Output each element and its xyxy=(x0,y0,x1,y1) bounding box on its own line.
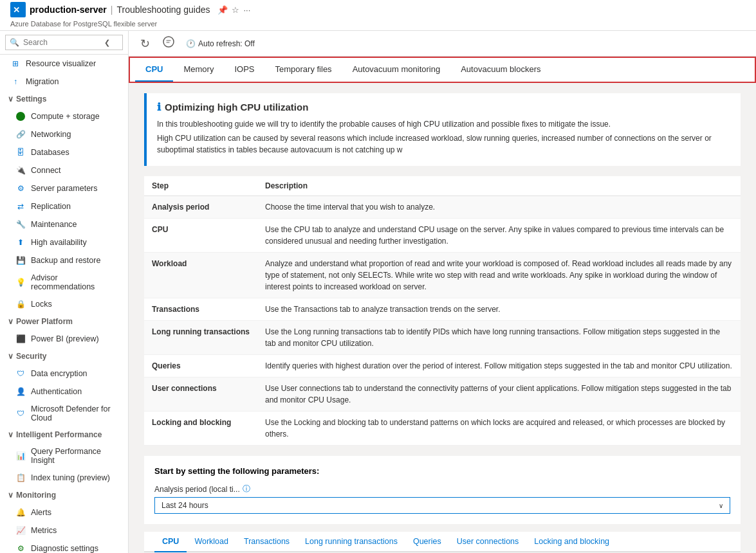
query-perf-icon: 📊 xyxy=(15,451,26,461)
lock-icon: 🔒 xyxy=(15,299,26,309)
sidebar-group-security[interactable]: ∨ Security xyxy=(0,348,128,365)
diagnostic-icon: ⚙ xyxy=(15,543,26,553)
pin-icon[interactable]: 📌 xyxy=(217,5,228,15)
table-row: WorkloadAnalyze and understand what prop… xyxy=(144,253,741,298)
collapse-icon[interactable]: ❮ xyxy=(100,36,114,50)
advisor-icon: 💡 xyxy=(15,277,26,287)
sidebar-item-diagnostic[interactable]: ⚙ Diagnostic settings xyxy=(0,539,128,553)
step-name: Workload xyxy=(144,253,257,298)
sidebar: 🔍 ❮ ⊞ Resource visualizer ↑ Migration ∨ … xyxy=(0,31,129,553)
sidebar-item-networking[interactable]: 🔗 Networking xyxy=(0,125,128,143)
step-desc: Identify queries with highest duration o… xyxy=(257,355,741,377)
sidebar-item-index-tuning[interactable]: 📋 Index tuning (preview) xyxy=(0,469,128,487)
search-input[interactable] xyxy=(23,35,100,50)
step-name: Queries xyxy=(144,355,257,377)
inner-tab-long-running[interactable]: Long running transactions xyxy=(297,532,405,552)
params-title: Start by setting the following parameter… xyxy=(154,466,730,476)
sidebar-item-locks[interactable]: 🔒 Locks xyxy=(0,295,128,313)
inner-tab-workload[interactable]: Workload xyxy=(187,532,236,552)
chevron-down-icon-sec: ∨ xyxy=(8,352,14,361)
sidebar-group-monitoring[interactable]: ∨ Monitoring xyxy=(0,487,128,503)
databases-icon: 🗄 xyxy=(15,147,26,158)
sidebar-item-connect[interactable]: 🔌 Connect xyxy=(0,161,128,179)
svg-point-2 xyxy=(163,37,174,47)
connect-icon: 🔌 xyxy=(15,165,26,176)
info-box: ℹ Optimizing high CPU utilization In thi… xyxy=(144,93,741,166)
info-text-2: High CPU utilization can be caused by se… xyxy=(157,132,730,156)
sidebar-item-advisor[interactable]: 💡 Advisor recommendations xyxy=(0,269,128,295)
param-info-icon: ⓘ xyxy=(243,484,250,494)
sidebar-item-power-bi[interactable]: ⬛ Power BI (preview) xyxy=(0,330,128,348)
chevron-down-icon-mon: ∨ xyxy=(8,491,14,500)
feedback-button[interactable] xyxy=(161,35,176,52)
table-row: QueriesIdentify queries with highest dur… xyxy=(144,355,741,377)
header-separator: | xyxy=(111,5,113,15)
header-subtitle: Azure Database for PostgreSQL flexible s… xyxy=(10,20,157,28)
power-bi-icon: ⬛ xyxy=(15,334,26,344)
tab-iops[interactable]: IOPS xyxy=(224,58,264,82)
backup-icon: 💾 xyxy=(15,255,26,266)
inner-tab-user-connections[interactable]: User connections xyxy=(449,532,527,552)
auth-icon: 👤 xyxy=(15,386,26,397)
inner-tab-transactions[interactable]: Transactions xyxy=(236,532,297,552)
migration-icon: ↑ xyxy=(10,77,21,87)
star-icon[interactable]: ☆ xyxy=(232,5,239,15)
sidebar-item-backup-restore[interactable]: 💾 Backup and restore xyxy=(0,251,128,269)
sidebar-group-intelligent-perf[interactable]: ∨ Intelligent Performance xyxy=(0,426,128,443)
sidebar-item-data-encryption[interactable]: 🛡 Data encryption xyxy=(0,365,128,383)
index-icon: 📋 xyxy=(15,473,26,483)
step-name: Locking and blocking xyxy=(144,412,257,446)
table-row: TransactionsUse the Transactions tab to … xyxy=(144,298,741,321)
table-row: Locking and blockingUse the Locking and … xyxy=(144,412,741,446)
tab-autovacuum-blockers[interactable]: Autovacuum blockers xyxy=(450,58,551,82)
analysis-period-select[interactable]: Last 24 hours ∨ xyxy=(154,497,730,514)
sidebar-item-defender[interactable]: 🛡 Microsoft Defender for Cloud xyxy=(0,401,128,426)
chevron-down-icon: ∨ xyxy=(8,95,14,104)
page-title: Troubleshooting guides xyxy=(116,5,210,15)
sidebar-item-maintenance[interactable]: 🔧 Maintenance xyxy=(0,215,128,233)
sidebar-item-authentication[interactable]: 👤 Authentication xyxy=(0,383,128,401)
sidebar-item-metrics[interactable]: 📈 Metrics xyxy=(0,521,128,539)
ha-icon: ⬆ xyxy=(15,237,26,248)
sidebar-item-alerts[interactable]: 🔔 Alerts xyxy=(0,503,128,521)
sidebar-item-databases[interactable]: 🗄 Databases xyxy=(0,143,128,161)
info-text-1: In this troubleshooting guide we will tr… xyxy=(157,118,730,130)
chevron-down-icon-pp: ∨ xyxy=(8,317,14,326)
refresh-button[interactable]: ↻ xyxy=(139,35,151,52)
search-icon: 🔍 xyxy=(6,35,23,50)
clock-icon: 🕐 xyxy=(186,39,196,48)
inner-tab-bar: CPU Workload Transactions Long running t… xyxy=(144,532,741,552)
info-title-text: Optimizing high CPU utilization xyxy=(165,102,308,113)
inner-tab-queries[interactable]: Queries xyxy=(405,532,449,552)
inner-tab-cpu[interactable]: CPU xyxy=(154,532,187,552)
sidebar-item-query-perf[interactable]: 📊 Query Performance Insight xyxy=(0,443,128,469)
sidebar-item-migration[interactable]: ↑ Migration xyxy=(0,73,128,91)
sidebar-item-replication[interactable]: ⇄ Replication xyxy=(0,197,128,215)
table-row: CPUUse the CPU tab to analyze and unders… xyxy=(144,219,741,253)
alert-icon: 🔔 xyxy=(15,507,26,518)
compute-icon xyxy=(15,111,26,122)
inner-tab-locking[interactable]: Locking and blocking xyxy=(526,532,617,552)
col-step: Step xyxy=(144,176,257,196)
info-icon: ℹ xyxy=(157,101,161,113)
defender-icon: 🛡 xyxy=(15,408,26,419)
tab-memory[interactable]: Memory xyxy=(173,58,224,82)
sidebar-item-server-parameters[interactable]: ⚙ Server parameters xyxy=(0,179,128,197)
more-icon[interactable]: ··· xyxy=(243,5,250,15)
toolbar: ↻ 🕐 Auto refresh: Off xyxy=(129,31,756,57)
encryption-icon: 🛡 xyxy=(15,368,26,379)
auto-refresh-control[interactable]: 🕐 Auto refresh: Off xyxy=(186,39,255,48)
sidebar-group-power-platform[interactable]: ∨ Power Platform xyxy=(0,313,128,330)
sidebar-item-compute-storage[interactable]: Compute + storage xyxy=(0,107,128,125)
step-desc: Choose the time interval that you wish t… xyxy=(257,196,741,219)
col-desc: Description xyxy=(257,176,741,196)
tab-cpu[interactable]: CPU xyxy=(135,58,173,82)
sidebar-group-settings[interactable]: ∨ Settings xyxy=(0,91,128,107)
step-desc: Use User connections tab to understand t… xyxy=(257,377,741,412)
tab-temp-files[interactable]: Temporary files xyxy=(264,58,342,82)
tab-autovacuum-monitoring[interactable]: Autovacuum monitoring xyxy=(342,58,451,82)
step-name: Transactions xyxy=(144,298,257,321)
maintenance-icon: 🔧 xyxy=(15,219,26,230)
sidebar-item-high-availability[interactable]: ⬆ High availability xyxy=(0,233,128,251)
sidebar-item-resource-visualizer[interactable]: ⊞ Resource visualizer xyxy=(0,55,128,73)
